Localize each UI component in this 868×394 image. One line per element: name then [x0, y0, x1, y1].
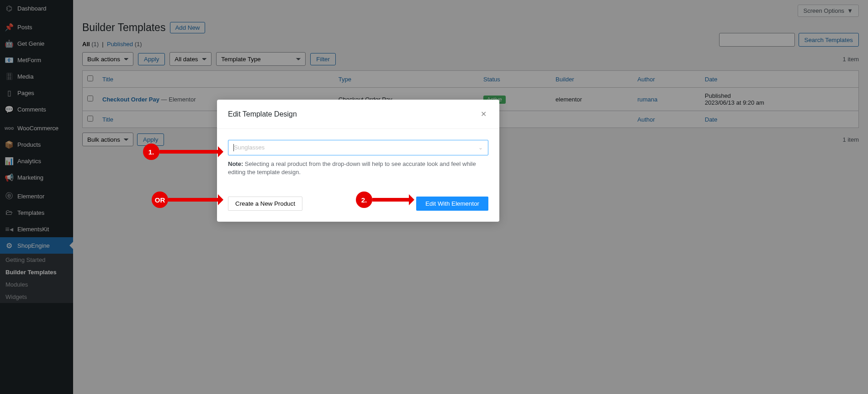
annotation-arrow-2 [372, 198, 413, 202]
product-select[interactable]: Sunglasses ⌄ [228, 140, 488, 155]
annotation-badge-or: OR [152, 192, 168, 208]
chevron-down-icon: ⌄ [478, 144, 483, 151]
note-label: Note: [228, 160, 243, 167]
annotation-arrow-1 [159, 150, 222, 154]
close-icon[interactable]: ✕ [479, 108, 488, 120]
annotation-badge-2: 2. [356, 192, 372, 208]
select-placeholder: Sunglasses [234, 144, 265, 151]
note-body: Selecting a real product from the drop-d… [228, 160, 476, 176]
annotation-badge-1: 1. [143, 144, 159, 160]
create-new-product-button[interactable]: Create a New Product [228, 197, 302, 211]
edit-with-elementor-button[interactable]: Edit With Elementor [416, 197, 488, 211]
modal-title: Edit Template Design [228, 110, 297, 118]
note-text: Note: Selecting a real product from the … [228, 160, 488, 176]
annotation-arrow-or [168, 198, 222, 202]
